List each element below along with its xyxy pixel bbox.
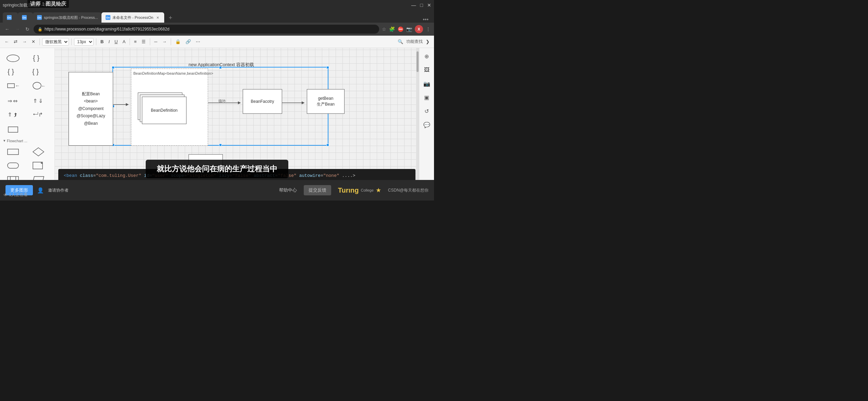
list-btn[interactable]: ☰ <box>140 38 147 45</box>
tab-3-favicon: On <box>106 15 110 20</box>
svg-text:⇒: ⇒ <box>8 98 12 104</box>
rp-comment-btn[interactable]: 💬 <box>421 119 432 130</box>
tab-bar: On On On springioc加载流程图 - Process... ✕ O… <box>0 10 434 23</box>
link-btn[interactable]: 🔗 <box>184 38 193 45</box>
shape-arrow-up2[interactable]: ⇑⮭ <box>3 108 23 121</box>
svg-rect-17 <box>8 149 19 155</box>
handle-br[interactable] <box>326 144 329 146</box>
bookmark-icon[interactable]: ☆ <box>382 26 386 32</box>
address-bar-actions: ☆ 🧩 ⛔ 📷 X ⋮ <box>382 25 431 33</box>
maximize-btn[interactable]: □ <box>420 2 423 8</box>
menu-icon[interactable]: ⋮ <box>426 26 431 32</box>
tab-3[interactable]: On 未命名文件 - ProcessOn ✕ <box>101 12 164 23</box>
minimize-btn[interactable]: — <box>411 2 416 8</box>
fc-rect[interactable] <box>3 146 23 158</box>
shape-rect[interactable] <box>3 123 23 136</box>
tab-3-close[interactable]: ✕ <box>155 15 160 20</box>
rp-plus-btn[interactable]: ⊕ <box>421 51 432 62</box>
font-size-select[interactable]: 13px <box>74 38 94 46</box>
lock-btn[interactable]: 🔒 <box>173 38 182 45</box>
rp-image-btn[interactable]: 🖼 <box>421 64 432 75</box>
config-bean-box[interactable]: 配置Bean <bean> @Component @Scope@Lazy @Be… <box>69 72 113 146</box>
url-bar[interactable]: 🔒 https://www.processon.com/diagraming/6… <box>34 25 379 34</box>
tab-2[interactable]: On springioc加载流程图 - Process... ✕ <box>33 12 101 23</box>
shape-curly-braces[interactable]: { } <box>28 52 49 64</box>
delete-btn[interactable]: ✕ <box>30 38 37 45</box>
close-btn[interactable]: ✕ <box>427 2 431 8</box>
align-btn[interactable]: ≡ <box>132 38 138 45</box>
back-btn[interactable]: ← <box>3 26 11 33</box>
shape-rect-arrow[interactable]: ← <box>3 80 23 92</box>
separator-6 <box>171 38 171 45</box>
shield-icon[interactable]: ⛔ <box>398 26 403 32</box>
font-family-select[interactable]: 微软雅黑 <box>42 38 69 46</box>
rp-camera-btn[interactable]: 📷 <box>421 78 432 89</box>
bottom-bar: 更多图形 👤 邀请协作者 帮助中心 提交反馈 Turıng College ★ … <box>0 180 434 200</box>
toolbar-right: 🔍 功能查找 ❯ <box>396 38 431 45</box>
separator-1 <box>39 38 40 45</box>
search-label: 功能查找 <box>406 39 423 45</box>
tab-1[interactable]: On <box>18 12 33 23</box>
font-color-btn[interactable]: A <box>121 38 127 45</box>
invite-btn[interactable]: 邀请协作者 <box>48 187 69 193</box>
new-tab-btn[interactable]: + <box>166 13 175 23</box>
scrollbar-track[interactable] <box>416 48 419 200</box>
bean-map-label: BeanDefinitionMap<beanName,beanDefinitio… <box>133 71 206 76</box>
rp-history-btn[interactable]: ↺ <box>421 106 432 117</box>
undo-btn[interactable]: ← <box>3 38 11 45</box>
csdn-text: CSDN@每天都在想你 <box>388 187 429 193</box>
shape-arrow-right[interactable]: ⇒⇔ <box>3 95 23 107</box>
shape-arrow-updown[interactable]: ⇑⇓ <box>28 95 49 107</box>
window-controls[interactable]: — □ ✕ <box>411 2 431 8</box>
svg-text:{ }: { } <box>32 68 39 75</box>
search-toolbar-btn[interactable]: 🔍 <box>396 38 405 45</box>
arrow-config-to-dashed <box>113 101 130 108</box>
fc-note[interactable] <box>28 159 49 172</box>
handle-bm[interactable] <box>219 144 222 146</box>
bold-btn[interactable]: B <box>99 38 105 45</box>
shape-circle-arrow[interactable]: ← <box>28 80 49 92</box>
svg-text:⮠: ⮠ <box>33 112 38 118</box>
turing-logo: Turıng College ★ <box>338 186 381 194</box>
browser-settings-icon[interactable]: ••• <box>423 16 429 23</box>
svg-rect-19 <box>8 163 19 168</box>
screenshot-icon[interactable]: 📷 <box>406 26 412 32</box>
handle-tr[interactable] <box>326 66 329 69</box>
help-link[interactable]: 帮助中心 <box>279 187 297 193</box>
shape-oval[interactable] <box>3 52 23 64</box>
handle-tl[interactable] <box>112 66 114 69</box>
shape-brackets[interactable]: { } <box>3 66 23 78</box>
svg-text:⇑: ⇑ <box>8 112 12 118</box>
get-bean-box[interactable]: getBean 生产Bean <box>307 89 345 114</box>
line-end-btn[interactable]: → <box>160 38 168 45</box>
tab-0[interactable]: On <box>3 12 18 23</box>
underline-btn[interactable]: U <box>113 38 119 45</box>
instructor-label: 讲师：图灵绘庆 <box>27 0 69 8</box>
forward-btn[interactable]: → <box>14 26 21 33</box>
rp-layers-btn[interactable]: ▣ <box>421 92 432 103</box>
fc-round-rect[interactable] <box>3 159 23 172</box>
redo-btn[interactable]: → <box>21 38 28 45</box>
more-options-btn[interactable]: ⋯ <box>194 38 202 45</box>
refresh-btn[interactable]: ↻ <box>24 26 31 33</box>
svg-text:⇑: ⇑ <box>33 98 37 104</box>
fc-diamond[interactable] <box>28 146 49 158</box>
italic-btn[interactable]: I <box>107 38 111 45</box>
scrollbar-thumb[interactable] <box>417 51 419 72</box>
bean-factory-box[interactable]: BeanFacotry <box>243 89 282 114</box>
expand-btn[interactable]: ❯ <box>424 38 431 45</box>
section-label: Flowchart ... <box>7 139 27 143</box>
user-avatar[interactable]: X <box>415 25 423 33</box>
shape-arrow-corner[interactable]: ⮠↱ <box>28 108 49 121</box>
college-text: College <box>361 188 374 192</box>
redo-right-btn[interactable]: ⇄ <box>12 38 19 45</box>
shape-open-braces[interactable]: { } <box>28 66 49 78</box>
flowchart-section: ▾ Flowchart ... <box>1 137 53 144</box>
svg-marker-18 <box>33 148 44 156</box>
feedback-btn[interactable]: 提交反馈 <box>304 185 331 195</box>
bean-def-box[interactable]: BeanDefinition <box>142 97 186 124</box>
collapse-icon[interactable]: ▾ <box>3 138 5 143</box>
extensions-icon[interactable]: 🧩 <box>389 26 395 32</box>
arrow-factory-to-getbean <box>282 99 306 106</box>
line-style-btn[interactable]: ─ <box>153 38 159 45</box>
